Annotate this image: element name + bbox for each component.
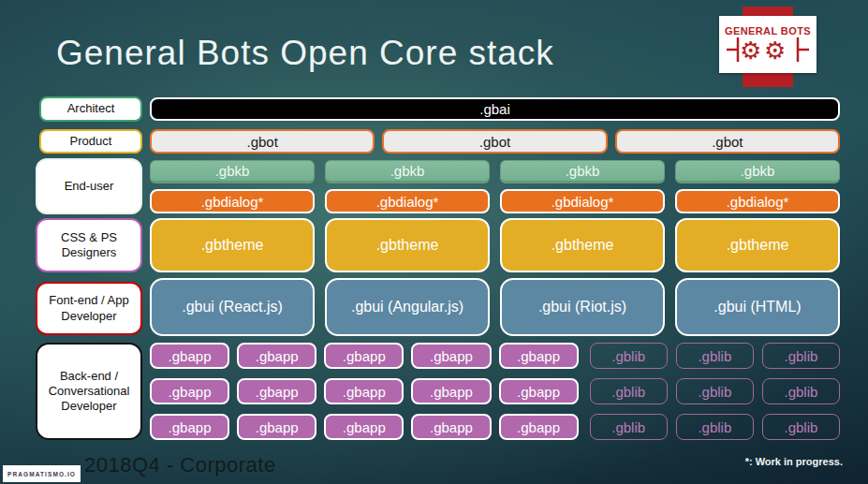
gbapp-box: .gbapp: [499, 414, 579, 440]
row-gbui: .gbui (React.js) .gbui (Angular.js) .gbu…: [150, 278, 840, 336]
gbapp-box: .gbapp: [499, 343, 579, 369]
page-title: General Bots Open Core stack: [56, 34, 554, 73]
gblib-box: .gblib: [762, 414, 840, 440]
gblib-box: .gblib: [590, 414, 668, 440]
pragmatismo-logo-text: PRAGMATISMO.IO: [7, 471, 76, 477]
gbapp-box: .gbapp: [150, 343, 229, 369]
gbot-box: .gbot: [150, 129, 375, 154]
gbtheme-box: .gbtheme: [150, 218, 315, 272]
gbapp-box: .gbapp: [150, 414, 229, 440]
svg-text:⚙: ⚙: [764, 37, 786, 65]
gbapp-box: .gbapp: [237, 343, 316, 369]
gbapp-box: .gbapp: [324, 343, 404, 369]
work-in-progress-note: *: Work in progress.: [745, 456, 843, 467]
gears-icon: ⚙ ⚙: [726, 35, 810, 65]
role-frontend-app-developer: Font-end / App Developer: [36, 282, 142, 335]
slide: General Bots Open Core stack GENERAL BOT…: [0, 0, 868, 484]
gblib-box: .gblib: [590, 343, 668, 369]
role-css-ps-designers: CSS & PS Designers: [36, 218, 142, 272]
gbai-box: .gbai: [150, 97, 840, 121]
gbapp-box: .gbapp: [499, 378, 579, 404]
gbdialog-box: .gbdialog*: [500, 189, 665, 213]
gbapp-box: .gbapp: [324, 378, 404, 404]
row-gbkb: .gbkb .gbkb .gbkb .gbkb: [150, 160, 840, 183]
gbdialog-box: .gbdialog*: [150, 189, 315, 213]
gblib-box: .gblib: [590, 378, 668, 404]
gblib-box: .gblib: [676, 343, 754, 369]
role-architect: Architect: [39, 96, 142, 122]
row-gbai: .gbai: [150, 97, 840, 121]
gbui-react-box: .gbui (React.js): [150, 278, 315, 336]
gbkb-box: .gbkb: [675, 160, 840, 183]
gbui-angular-box: .gbui (Angular.js): [325, 278, 490, 336]
row-gbapp-3: .gbapp .gbapp .gbapp .gbapp .gbapp .gbli…: [150, 414, 840, 440]
pragmatismo-logo: PRAGMATISMO.IO: [3, 465, 81, 482]
gbdialog-box: .gbdialog*: [325, 189, 490, 213]
gbapp-box: .gbapp: [324, 414, 404, 440]
gbapp-box: .gbapp: [411, 378, 491, 404]
gblib-box: .gblib: [762, 343, 840, 369]
gblib-box: .gblib: [676, 378, 754, 404]
row-gbtheme: .gbtheme .gbtheme .gbtheme .gbtheme: [150, 218, 840, 272]
gbkb-box: .gbkb: [325, 160, 490, 183]
gbapp-box: .gbapp: [150, 378, 229, 404]
row-gbdialog: .gbdialog* .gbdialog* .gbdialog* .gbdial…: [150, 189, 840, 213]
general-bots-logo: GENERAL BOTS ⚙ ⚙: [719, 16, 817, 73]
row-gbapp-2: .gbapp .gbapp .gbapp .gbapp .gbapp .gbli…: [150, 378, 840, 404]
gbtheme-box: .gbtheme: [500, 218, 665, 272]
role-backend-conversational-developer: Back-end / Conversational Developer: [36, 343, 142, 440]
gbapp-box: .gbapp: [411, 343, 491, 369]
footer-caption: 2018Q4 - Corporate: [84, 453, 276, 477]
gblib-box: .gblib: [676, 414, 754, 440]
gbot-box: .gbot: [382, 129, 607, 154]
gbapp-box: .gbapp: [237, 378, 316, 404]
gbui-riot-box: .gbui (Riot.js): [500, 278, 665, 336]
gbkb-box: .gbkb: [150, 160, 315, 183]
role-product: Product: [39, 129, 142, 154]
role-end-user: End-user: [36, 158, 142, 214]
gbapp-box: .gbapp: [411, 414, 491, 440]
row-gbot: .gbot .gbot .gbot: [150, 129, 840, 154]
gblib-box: .gblib: [762, 378, 840, 404]
gbdialog-box: .gbdialog*: [675, 189, 840, 213]
gbui-html-box: .gbui (HTML): [675, 278, 840, 336]
row-gbapp-1: .gbapp .gbapp .gbapp .gbapp .gbapp .gbli…: [150, 343, 840, 369]
gbot-box: .gbot: [615, 129, 840, 154]
gbtheme-box: .gbtheme: [675, 218, 840, 272]
gbkb-box: .gbkb: [500, 160, 665, 183]
gbtheme-box: .gbtheme: [325, 218, 490, 272]
svg-text:⚙: ⚙: [740, 37, 761, 65]
gbapp-box: .gbapp: [237, 414, 316, 440]
